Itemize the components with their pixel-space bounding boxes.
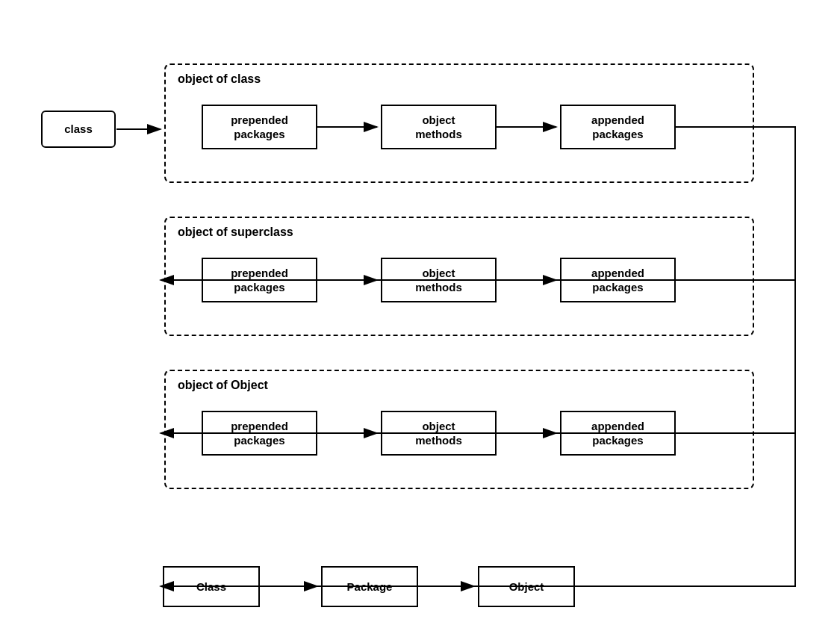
row4-package: Package	[321, 566, 418, 607]
row4-object: Object	[478, 566, 575, 607]
row2-appended: appended packages	[560, 258, 676, 302]
container-row2-label: object of superclass	[178, 226, 293, 239]
row3-methods: object methods	[381, 411, 497, 456]
row1-prepended: prepended packages	[202, 105, 317, 149]
row4-class: Class	[163, 566, 260, 607]
diagram: object of class object of superclass obj…	[0, 0, 840, 643]
row1-appended: appended packages	[560, 105, 676, 149]
row3-prepended: prepended packages	[202, 411, 317, 456]
row2-prepended: prepended packages	[202, 258, 317, 302]
row2-methods: object methods	[381, 258, 497, 302]
row1-methods: object methods	[381, 105, 497, 149]
container-row3-label: object of Object	[178, 379, 268, 392]
container-row1-label: object of class	[178, 72, 261, 86]
class-box: class	[41, 111, 116, 148]
row3-appended: appended packages	[560, 411, 676, 456]
